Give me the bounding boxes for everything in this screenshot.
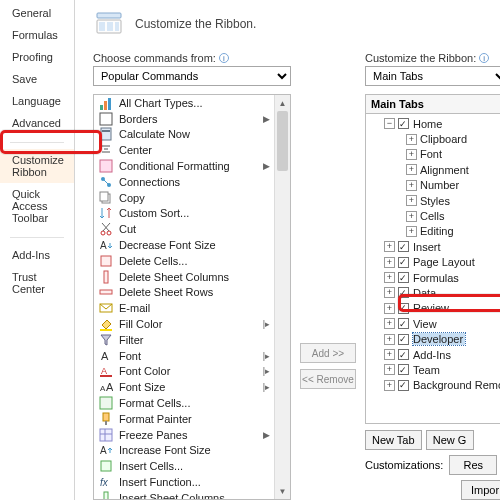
reset-button[interactable]: Res [449, 455, 497, 475]
command-item[interactable]: Insert Cells... [94, 458, 274, 474]
expand-icon[interactable]: + [406, 226, 417, 237]
checkbox[interactable]: ✓ [398, 303, 409, 314]
scroll-thumb[interactable] [277, 111, 288, 171]
info-icon[interactable]: i [479, 53, 489, 63]
new-tab-button[interactable]: New Tab [365, 430, 422, 450]
checkbox[interactable]: ✓ [398, 257, 409, 268]
commands-scrollbar[interactable]: ▲ ▼ [274, 95, 290, 499]
ribbon-scope-dropdown[interactable]: Main Tabs [365, 66, 500, 86]
command-item[interactable]: Connections [94, 174, 274, 190]
command-item[interactable]: Format Cells... [94, 395, 274, 411]
choose-commands-dropdown[interactable]: Popular Commands [93, 66, 291, 86]
tree-item-styles[interactable]: +Styles [368, 193, 500, 208]
tree-item-alignment[interactable]: +Alignment [368, 162, 500, 177]
tree-item-team[interactable]: +✓Team [368, 362, 500, 377]
expand-icon[interactable]: + [384, 318, 395, 329]
command-item[interactable]: Delete Sheet Columns [94, 269, 274, 285]
expand-icon[interactable]: + [384, 257, 395, 268]
tree-item-background-remo[interactable]: +✓Background Remo [368, 378, 500, 393]
tree-item-add-ins[interactable]: +✓Add-Ins [368, 347, 500, 362]
command-item[interactable]: Custom Sort... [94, 206, 274, 222]
expand-icon[interactable]: + [384, 334, 395, 345]
sidebar-item-add-ins[interactable]: Add-Ins [0, 244, 74, 266]
command-item[interactable]: E-mail [94, 300, 274, 316]
ribbon-tree[interactable]: −✓Home+Clipboard+Font+Alignment+Number+S… [365, 113, 500, 424]
sidebar-item-advanced[interactable]: Advanced [0, 112, 74, 134]
command-item[interactable]: Insert Sheet Columns [94, 490, 274, 499]
tree-item-cells[interactable]: +Cells [368, 208, 500, 223]
expand-icon[interactable]: + [384, 380, 395, 391]
expand-icon[interactable]: + [384, 272, 395, 283]
checkbox[interactable]: ✓ [398, 380, 409, 391]
checkbox[interactable]: ✓ [398, 287, 409, 298]
command-item[interactable]: Freeze Panes▶ [94, 427, 274, 443]
command-item[interactable]: AIncrease Font Size [94, 443, 274, 459]
command-item[interactable]: Calculate Now [94, 127, 274, 143]
command-item[interactable]: All Chart Types... [94, 95, 274, 111]
expand-icon[interactable]: + [384, 364, 395, 375]
tree-item-review[interactable]: +✓Review [368, 301, 500, 316]
add-button[interactable]: Add >> [300, 343, 356, 363]
command-item[interactable]: ADecrease Font Size [94, 237, 274, 253]
tree-item-data[interactable]: +✓Data [368, 285, 500, 300]
expand-icon[interactable]: + [406, 180, 417, 191]
expand-icon[interactable]: + [406, 134, 417, 145]
remove-button[interactable]: << Remove [300, 369, 356, 389]
sidebar-item-proofing[interactable]: Proofing [0, 46, 74, 68]
expand-icon[interactable]: + [384, 349, 395, 360]
command-item[interactable]: Borders▶ [94, 111, 274, 127]
checkbox[interactable]: ✓ [398, 318, 409, 329]
tree-item-page-layout[interactable]: +✓Page Layout [368, 255, 500, 270]
info-icon[interactable]: i [219, 53, 229, 63]
commands-listbox[interactable]: All Chart Types...Borders▶Calculate NowC… [93, 94, 291, 500]
checkbox[interactable]: ✓ [398, 118, 409, 129]
command-item[interactable]: Fill Color|▸ [94, 316, 274, 332]
expand-icon[interactable]: + [384, 241, 395, 252]
sidebar-item-trust-center[interactable]: Trust Center [0, 266, 74, 300]
sidebar-item-formulas[interactable]: Formulas [0, 24, 74, 46]
tree-item-number[interactable]: +Number [368, 178, 500, 193]
tree-item-formulas[interactable]: +✓Formulas [368, 270, 500, 285]
command-item[interactable]: AFont|▸ [94, 348, 274, 364]
command-item[interactable]: AAFont Size|▸ [94, 379, 274, 395]
command-item[interactable]: Format Painter [94, 411, 274, 427]
command-item[interactable]: Conditional Formatting▶ [94, 158, 274, 174]
expand-icon[interactable]: + [406, 149, 417, 160]
tree-item-insert[interactable]: +✓Insert [368, 239, 500, 254]
sidebar-item-language[interactable]: Language [0, 90, 74, 112]
sidebar-item-quick-access-toolbar[interactable]: Quick Access Toolbar [0, 183, 74, 229]
command-item[interactable]: Center [94, 142, 274, 158]
expand-icon[interactable]: + [384, 303, 395, 314]
tree-item-view[interactable]: +✓View [368, 316, 500, 331]
checkbox[interactable]: ✓ [398, 241, 409, 252]
filter-icon [98, 333, 114, 347]
sidebar-item-general[interactable]: General [0, 2, 74, 24]
new-group-button[interactable]: New G [426, 430, 474, 450]
checkbox[interactable]: ✓ [398, 334, 409, 345]
expand-icon[interactable]: + [406, 195, 417, 206]
expand-icon[interactable]: + [406, 164, 417, 175]
command-item[interactable]: Delete Sheet Rows [94, 285, 274, 301]
tree-item-clipboard[interactable]: +Clipboard [368, 131, 500, 146]
checkbox[interactable]: ✓ [398, 349, 409, 360]
scroll-up-icon[interactable]: ▲ [275, 95, 290, 111]
command-item[interactable]: fxInsert Function... [94, 474, 274, 490]
scroll-down-icon[interactable]: ▼ [275, 483, 290, 499]
sidebar-item-customize-ribbon[interactable]: Customize Ribbon [0, 149, 74, 183]
tree-item-editing[interactable]: +Editing [368, 224, 500, 239]
checkbox[interactable]: ✓ [398, 364, 409, 375]
command-item[interactable]: AFont Color|▸ [94, 364, 274, 380]
expand-icon[interactable]: + [406, 211, 417, 222]
expand-icon[interactable]: + [384, 287, 395, 298]
tree-item-home[interactable]: −✓Home [368, 116, 500, 131]
import-export-button[interactable]: Impor [461, 480, 500, 500]
command-item[interactable]: Cut [94, 221, 274, 237]
tree-item-developer[interactable]: +✓Developer [368, 331, 500, 346]
tree-item-font[interactable]: +Font [368, 147, 500, 162]
sidebar-item-save[interactable]: Save [0, 68, 74, 90]
expand-icon[interactable]: − [384, 118, 395, 129]
checkbox[interactable]: ✓ [398, 272, 409, 283]
command-item[interactable]: Delete Cells... [94, 253, 274, 269]
command-item[interactable]: Filter [94, 332, 274, 348]
command-item[interactable]: Copy [94, 190, 274, 206]
